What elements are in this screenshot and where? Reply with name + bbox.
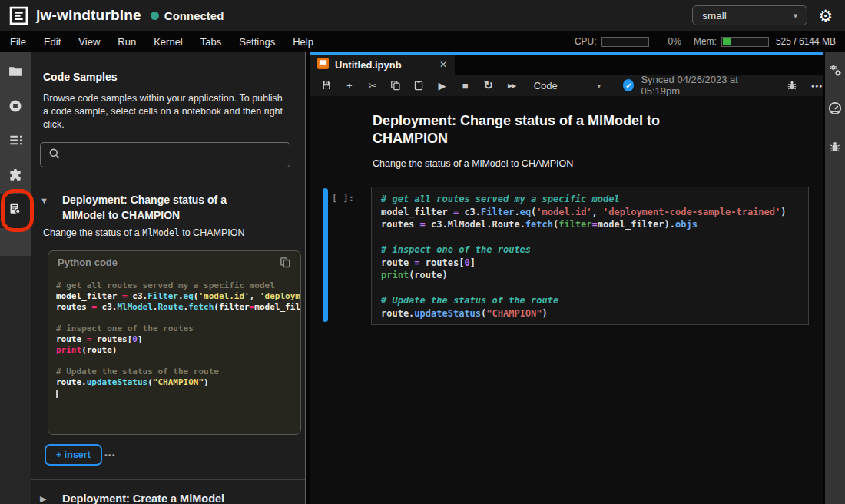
mem-value: 525 / 6144 MB	[776, 36, 836, 47]
notebook-file-icon	[317, 58, 329, 72]
code-samples-icon	[8, 201, 24, 220]
add-cell-button[interactable]: +	[343, 80, 355, 91]
sample-code-block[interactable]: # get all routes served my a specific mo…	[48, 274, 300, 405]
menu-item-view[interactable]: View	[76, 35, 102, 49]
copy-code-icon[interactable]	[280, 257, 291, 268]
sidebar-item-debugger[interactable]	[825, 140, 845, 157]
cpu-value: 0%	[668, 36, 681, 47]
left-activity-bar	[0, 52, 31, 256]
restart-kernel-button[interactable]: ↻	[482, 78, 494, 92]
search-box[interactable]	[40, 142, 290, 167]
menu-item-edit[interactable]: Edit	[41, 35, 63, 49]
mem-label: Mem:	[694, 36, 717, 47]
gears-icon	[828, 63, 843, 81]
cell-type-value: Code	[534, 80, 558, 91]
panel-divider	[31, 479, 306, 480]
cell-prompt: [ ]:	[332, 193, 354, 204]
sync-status: ✓ Synced 04/26/2023 at 05:19pm	[623, 74, 764, 97]
notebook-content: Deployment: Change status of a MlModel t…	[310, 96, 823, 504]
top-bar: jw-windturbine Connected small ▾ ⚙	[0, 0, 845, 31]
expand-chevron-icon[interactable]: ▶	[40, 494, 51, 504]
sample-subtitle: Change the status of a MlModel to CHAMPI…	[43, 227, 244, 238]
sidebar-item-extensions[interactable]	[0, 159, 31, 194]
right-activity-bar	[825, 52, 845, 504]
sidebar-item-dashboard[interactable]	[825, 101, 845, 118]
sidebar-item-table-of-contents[interactable]	[0, 124, 31, 159]
run-cell-button[interactable]: ▶	[436, 80, 448, 91]
chevron-down-icon: ▾	[597, 81, 601, 90]
collapse-chevron-icon[interactable]: ▼	[40, 196, 51, 223]
memory-meter	[721, 37, 769, 47]
markdown-heading: Deployment: Change status of a MlModel t…	[373, 112, 734, 148]
folder-icon	[8, 64, 23, 82]
app-logo-icon	[9, 6, 28, 25]
kernel-bug-icon[interactable]	[785, 80, 798, 91]
panel-description: Browse code samples within your applicat…	[43, 92, 287, 131]
sidebar-item-running-kernels[interactable]	[0, 90, 31, 124]
code-cell[interactable]: # get all routes served my a specific mo…	[371, 187, 809, 325]
restart-run-all-button[interactable]: ▶▶	[506, 82, 518, 89]
connected-status-dot	[151, 12, 159, 20]
code-card-title: Python code	[58, 257, 118, 268]
copy-cells-button[interactable]	[390, 80, 402, 91]
menu-item-settings[interactable]: Settings	[237, 35, 277, 49]
menu-item-tabs[interactable]: Tabs	[198, 35, 224, 49]
sidebar-item-file-browser[interactable]	[0, 55, 31, 90]
sample-title: Deployment: Change status of a MlModel t…	[62, 192, 250, 223]
next-sample-section-header[interactable]: ▶ Deployment: Create a MlModel	[40, 492, 224, 504]
connection-status: Connected	[164, 9, 224, 22]
puzzle-icon	[8, 167, 23, 186]
menu-items: File Edit View Run Kernel Tabs Settings …	[0, 35, 316, 49]
cell-code-editor[interactable]: # get all routes served my a specific mo…	[372, 187, 808, 325]
menu-item-kernel[interactable]: Kernel	[151, 35, 185, 49]
sample-subtitle-code: MlModel	[142, 227, 179, 238]
code-samples-panel: Code Samples Browse code samples within …	[31, 52, 306, 504]
chevron-down-icon: ▾	[794, 11, 798, 21]
tab-title: Untitled.ipynb	[335, 59, 402, 71]
notebook-tab[interactable]: Untitled.ipynb ✕	[310, 55, 455, 75]
sample-section-header[interactable]: ▼ Deployment: Change status of a MlModel…	[40, 192, 250, 223]
search-input[interactable]	[67, 149, 290, 161]
bug-icon	[829, 141, 841, 156]
python-code-card: Python code # get all routes served my a…	[48, 250, 301, 435]
instance-size-value: small	[702, 10, 727, 22]
gauge-icon	[828, 101, 842, 118]
menu-bar: File Edit View Run Kernel Tabs Settings …	[0, 31, 845, 52]
synced-check-icon: ✓	[623, 79, 634, 91]
menu-item-file[interactable]: File	[8, 35, 28, 49]
tab-bar: Untitled.ipynb ✕	[310, 55, 823, 75]
next-sample-title: Deployment: Create a MlModel	[62, 492, 224, 504]
sidebar-item-property-inspector[interactable]	[825, 63, 845, 80]
menu-item-help[interactable]: Help	[290, 35, 316, 49]
active-cell-indicator[interactable]	[323, 188, 328, 322]
notebook-toolbar: + ✂ ▶ ■ ↻ ▶▶ Code ▾ ✓ Synced 04/26/2023 …	[310, 75, 823, 96]
table-of-contents-icon	[8, 133, 23, 151]
panel-title: Code Samples	[43, 71, 117, 83]
search-icon	[48, 148, 61, 163]
code-card-header: Python code	[48, 251, 300, 274]
more-options-button[interactable]: •••	[104, 450, 116, 459]
cut-cells-button[interactable]: ✂	[366, 80, 378, 91]
sidebar-item-code-samples[interactable]	[0, 194, 31, 228]
left-activity-bar-lower	[0, 256, 31, 504]
instance-size-dropdown[interactable]: small ▾	[692, 5, 807, 25]
insert-button[interactable]: + insert	[45, 444, 102, 466]
menu-item-run[interactable]: Run	[115, 35, 138, 49]
markdown-paragraph: Change the status of a MlModel to CHAMPI…	[373, 158, 573, 169]
save-button[interactable]	[320, 80, 332, 91]
resource-monitors: CPU: 0% Mem: 525 / 6144 MB	[575, 36, 836, 47]
memory-meter-fill	[723, 38, 731, 45]
top-bar-right: small ▾ ⚙	[692, 5, 833, 25]
running-kernels-icon	[8, 98, 23, 117]
tab-close-icon[interactable]: ✕	[439, 59, 447, 70]
cpu-meter	[601, 37, 649, 47]
main-panel: Untitled.ipynb ✕ + ✂ ▶ ■ ↻ ▶▶ Code ▾	[310, 52, 823, 504]
more-commands-button[interactable]: ●●●	[810, 83, 823, 88]
stop-kernel-button[interactable]: ■	[459, 80, 471, 91]
toolbar-end: ●●●	[785, 80, 823, 91]
cell-type-dropdown[interactable]: Code ▾	[534, 80, 601, 91]
paste-cells-button[interactable]	[413, 80, 425, 91]
app-window: jw-windturbine Connected small ▾ ⚙ File …	[0, 0, 845, 504]
sync-status-text: Synced 04/26/2023 at 05:19pm	[641, 74, 764, 97]
settings-gear-icon[interactable]: ⚙	[818, 8, 833, 24]
